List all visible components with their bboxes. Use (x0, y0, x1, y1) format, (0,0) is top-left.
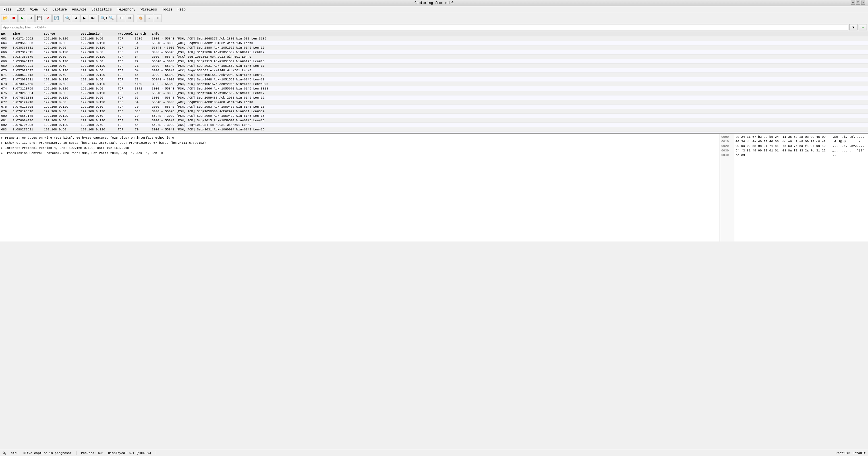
packet-info: 3000 → 55848 [PSH, ACK] Seq=3031 Ack=106… (151, 128, 868, 131)
open-button[interactable]: 📂 (1, 14, 9, 22)
packet-time: 3.076705206 (11, 123, 43, 127)
packet-src: 192.168.0.60 (43, 92, 80, 95)
packet-dst: 192.168.0.60 (80, 60, 117, 63)
menu-statistics[interactable]: Statistics (89, 7, 114, 12)
table-row[interactable]: 667 3.037357579 192.168.0.60 192.168.0.1… (0, 55, 868, 59)
table-row[interactable]: 669 3.056999321 192.168.0.60 192.168.0.1… (0, 64, 868, 68)
packet-dst: 192.168.0.120 (80, 73, 117, 77)
detail-row[interactable]: ▶Transmission Control Protocol, Src Port… (1, 151, 718, 156)
packet-dst: 192.168.0.120 (80, 46, 117, 50)
minimize-button[interactable]: ─ (851, 1, 855, 4)
table-row[interactable]: 675 3.073268554 192.168.0.60 192.168.0.1… (0, 91, 868, 95)
filter-apply-button[interactable]: → (859, 24, 867, 30)
table-row[interactable]: 683 3.080272521 192.168.0.60 192.168.0.1… (0, 127, 868, 132)
table-row[interactable]: 677 3.076124718 192.168.0.60 192.168.0.1… (0, 100, 868, 104)
packet-list: 663 3.027245692 192.168.0.120 192.168.0.… (0, 36, 868, 133)
stop-capture-button[interactable]: ■ (10, 14, 18, 22)
table-row[interactable]: 676 3.074871188 192.168.0.120 192.168.0.… (0, 95, 868, 100)
menu-capture[interactable]: Capture (50, 7, 69, 12)
zoom-in-button[interactable]: 🔍+ (100, 14, 108, 22)
detail-row[interactable]: ▶Ethernet II, Src: ProxmoxServe_35:5c:3a… (1, 140, 718, 145)
table-row[interactable]: 680 3.076659148 192.168.0.120 192.168.0.… (0, 113, 868, 118)
hex-ascii-line: .$g...$. .5\:..E. (833, 135, 867, 140)
packet-dst: 192.168.0.60 (80, 69, 117, 72)
table-row[interactable]: 663 3.027245692 192.168.0.120 192.168.0.… (0, 36, 868, 41)
start-capture-button[interactable]: ▶ (18, 14, 26, 22)
restart-capture-button[interactable]: ↺ (27, 14, 35, 22)
hex-pane: 00000010002000300040 bc 24 11 67 b3 82 b… (720, 134, 868, 241)
expand-all-button[interactable]: ≡ (154, 14, 162, 22)
detail-pane: ▶Frame 1: 66 bytes on wire (528 bits), 6… (0, 134, 720, 241)
packet-dst: 192.168.0.120 (80, 83, 117, 86)
next-button[interactable]: ▶ (81, 14, 88, 22)
toolbar-sep-2 (98, 15, 99, 22)
packet-time: 3.056999321 (11, 64, 43, 68)
zoom-out-button[interactable]: 🔍- (108, 14, 117, 22)
zoom-reset-button[interactable]: ⊡ (117, 14, 125, 22)
detail-row[interactable]: ▶Frame 1: 66 bytes on wire (528 bits), 6… (1, 135, 718, 140)
packet-time: 3.076193510 (11, 110, 43, 113)
detail-row[interactable]: ▶Internet Protocol Version 4, Src: 192.1… (1, 145, 718, 151)
packet-dst: 192.168.0.120 (80, 110, 117, 113)
table-row[interactable]: 666 3.037319315 192.168.0.120 192.168.0.… (0, 50, 868, 55)
table-row[interactable]: 671 3.068639713 192.168.0.60 192.168.0.1… (0, 73, 868, 77)
find-button[interactable]: 🔍 (63, 14, 71, 22)
menu-telephony[interactable]: Telephony (115, 7, 138, 12)
jump-to-packet-button[interactable]: ⇒ (145, 14, 153, 22)
menu-file[interactable]: File (1, 7, 14, 12)
packet-src: 192.168.0.120 (43, 96, 80, 99)
packet-src: 192.168.0.60 (43, 83, 80, 86)
table-row[interactable]: 673 3.073087465 192.168.0.60 192.168.0.1… (0, 82, 868, 86)
menu-tools[interactable]: Tools (160, 7, 175, 12)
table-row[interactable]: 682 3.076705206 192.168.0.120 192.168.0.… (0, 123, 868, 127)
hex-offset-line: 0000 (721, 135, 733, 140)
jump-first-button[interactable]: ⏮ (89, 14, 97, 22)
col-header-time: Time (11, 32, 43, 35)
menu-go[interactable]: Go (41, 7, 50, 12)
packet-proto: TCP (117, 73, 134, 77)
hex-offset-line: 0030 (721, 149, 733, 154)
display-filter-input[interactable] (1, 24, 848, 30)
reload-button[interactable]: 🔃 (52, 14, 60, 22)
packet-time: 3.027245692 (11, 37, 43, 40)
close-button[interactable]: ✕ (861, 1, 865, 4)
packet-dst: 192.168.0.60 (80, 123, 117, 127)
packet-src: 192.168.0.60 (43, 110, 80, 113)
menu-help[interactable]: Help (175, 7, 188, 12)
packet-src: 192.168.0.120 (43, 51, 80, 54)
close-file-button[interactable]: ✕ (44, 14, 52, 22)
col-header-length: Length (134, 32, 151, 35)
packet-src: 192.168.0.120 (43, 87, 80, 90)
table-row[interactable]: 672 3.073033931 192.168.0.120 192.168.0.… (0, 77, 868, 82)
table-row[interactable]: 665 3.030368881 192.168.0.60 192.168.0.1… (0, 45, 868, 50)
packet-no: 680 (0, 114, 11, 118)
menu-view[interactable]: View (28, 7, 41, 12)
packet-info: 3000 → 55848 [PSH, ACK] Seq=1048377 Ack=… (151, 37, 868, 40)
packet-no: 666 (0, 51, 11, 54)
colorize-button[interactable]: 🎨 (137, 14, 145, 22)
packet-len: 70 (134, 46, 151, 50)
filter-expression-button[interactable]: ▼ (849, 24, 858, 30)
table-row[interactable]: 670 3.057022525 192.168.0.120 192.168.0.… (0, 68, 868, 73)
table-row[interactable]: 664 3.029560563 192.168.0.60 192.168.0.1… (0, 41, 868, 45)
table-row[interactable]: 679 3.076193510 192.168.0.60 192.168.0.1… (0, 109, 868, 113)
packet-no: 678 (0, 105, 11, 108)
packet-src: 192.168.0.120 (43, 114, 80, 118)
packet-src: 192.168.0.60 (43, 128, 80, 131)
menu-edit[interactable]: Edit (14, 7, 27, 12)
menu-wireless[interactable]: Wireless (138, 7, 159, 12)
resize-columns-button[interactable]: ⊞ (126, 14, 134, 22)
interface-label: eth0 (11, 452, 18, 455)
packet-len: 54 (134, 41, 151, 45)
table-row[interactable]: 678 3.076126808 192.168.0.120 192.168.0.… (0, 104, 868, 109)
menu-analyze[interactable]: Analyze (70, 7, 88, 12)
maximize-button[interactable]: □ (856, 1, 860, 4)
table-row[interactable]: 668 3.053848173 192.168.0.120 192.168.0.… (0, 59, 868, 64)
packet-info: 3000 → 55848 [PSH, ACK] Seq=2931 Ack=105… (151, 64, 868, 68)
table-row[interactable]: 674 3.073120759 192.168.0.120 192.168.0.… (0, 86, 868, 91)
table-row[interactable]: 681 3.076684376 192.168.0.60 192.168.0.1… (0, 118, 868, 123)
save-button[interactable]: 💾 (35, 14, 43, 22)
packet-no: 673 (0, 83, 11, 86)
packet-len: 71 (134, 51, 151, 54)
prev-button[interactable]: ◀ (72, 14, 80, 22)
